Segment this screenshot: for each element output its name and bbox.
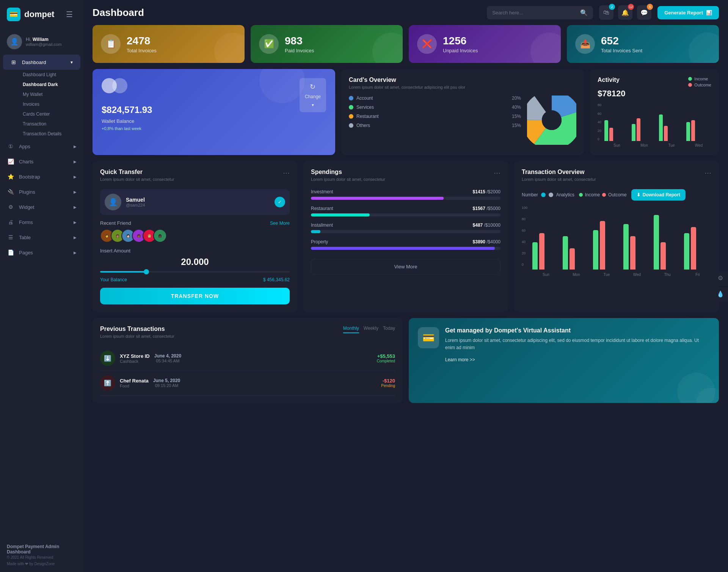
- investment-progress: [311, 197, 500, 200]
- big-bar-tue-income: [593, 230, 598, 270]
- account-dot: [349, 96, 353, 100]
- footer-copy: © 2021 All Rights Reserved: [7, 555, 77, 559]
- spendings-desc: Lorem ipsum dolor sit amet, consectetur: [311, 177, 385, 182]
- see-all-link[interactable]: See More: [270, 221, 290, 226]
- big-bar-mon-income: [563, 236, 568, 270]
- paid-invoices-value: 983: [285, 35, 314, 47]
- transfer-user-name: Samuel: [126, 197, 145, 203]
- big-bar-thu-outcome: [661, 242, 666, 270]
- sidebar-item-dashboard-light[interactable]: Dashboard Light: [19, 70, 83, 80]
- search-input[interactable]: [492, 10, 577, 16]
- sidebar-item-transaction[interactable]: Transaction: [19, 119, 83, 129]
- bar-sun-outcome: [609, 128, 613, 141]
- balance-value: $ 456,345.62: [263, 277, 290, 282]
- transaction-item-1: ⬇️ XYZ Store ID Cashback June 4, 2020 05…: [100, 346, 395, 371]
- water-side-button[interactable]: 💧: [713, 287, 728, 302]
- chevron-down-icon-wallet: ▾: [312, 102, 314, 108]
- sidebar-item-pages[interactable]: 📄 Pages ▶: [0, 245, 83, 260]
- sidebar-item-transaction-details[interactable]: Transaction Details: [19, 129, 83, 139]
- sidebar-item-dashboard-dark[interactable]: Dashboard Dark: [19, 80, 83, 89]
- big-bar-wed-outcome: [630, 236, 635, 270]
- bar-tue-income: [659, 114, 663, 141]
- wallet-card: $824,571.93 Wallet Balance +0,8% than la…: [93, 69, 335, 155]
- filter-weekly[interactable]: Weekly: [364, 326, 378, 333]
- sidebar-item-charts[interactable]: 📈 Charts ▶: [0, 154, 83, 169]
- to-dots-icon[interactable]: ⋯: [704, 169, 711, 177]
- search-icon[interactable]: 🔍: [580, 9, 588, 16]
- sidebar-item-my-wallet[interactable]: My Wallet: [19, 89, 83, 99]
- services-dot: [349, 105, 353, 110]
- apps-icon: ①: [7, 143, 14, 150]
- transfer-user-handle: @sam224: [126, 203, 145, 207]
- content-area: 📋 2478 Total Invoices ✅ 983 Paid Invoice…: [83, 25, 728, 572]
- footer-made: Made with ❤ by DesignZone: [7, 562, 77, 566]
- sidebar-item-invoices[interactable]: Invoices: [19, 99, 83, 109]
- bootstrap-icon: ⭐: [7, 173, 14, 180]
- chevron-right-icon-7: ▶: [74, 235, 77, 240]
- bottom-row: Quick Transfer Lorem ipsum dolor sit ame…: [93, 161, 719, 312]
- cart-badge: 2: [609, 4, 615, 10]
- sidebar-item-bootstrap[interactable]: ⭐ Bootstrap ▶: [0, 169, 83, 184]
- stat-card-total-invoices: 📋 2478 Total Invoices: [93, 25, 245, 63]
- settings-side-button[interactable]: ⚙: [713, 271, 728, 286]
- activity-section: Activity Income Outcome $78120: [590, 69, 719, 155]
- filter-today[interactable]: Today: [383, 326, 395, 333]
- sidebar-item-table[interactable]: ☰ Table ▶: [0, 230, 83, 245]
- total-invoices-label: Total Invoices: [127, 48, 157, 53]
- chat-button[interactable]: 💬 5: [637, 5, 651, 20]
- to-outcome-label: Outcome: [608, 192, 627, 197]
- learn-more-link[interactable]: Learn more >>: [445, 357, 475, 362]
- cart-button[interactable]: 🛍 2: [599, 5, 613, 20]
- dashboard-icon: ⊞: [10, 58, 17, 66]
- chat-badge: 5: [647, 4, 653, 10]
- sidebar-item-plugins[interactable]: 🔌 Plugins ▶: [0, 184, 83, 199]
- sidebar-item-dashboard[interactable]: ⊞ Dashboard ▼: [3, 55, 80, 70]
- restaurant-dot: [349, 114, 353, 119]
- income-dot: [579, 193, 583, 197]
- download-report-button[interactable]: ⬇ Download Report: [631, 189, 686, 201]
- unpaid-icon: ❌: [417, 34, 437, 54]
- txn-amount-1: +$5,553 Completed: [377, 353, 395, 363]
- transaction-overview-desc: Lorem ipsum dolor sit amet, consectetur: [522, 177, 596, 182]
- sent-icon: 📤: [575, 34, 595, 54]
- filter-monthly[interactable]: Monthly: [343, 326, 359, 333]
- txn-type-2: Food: [120, 384, 149, 388]
- total-sent-value: 652: [601, 35, 642, 47]
- prev-transactions-card: Previous Transactions Lorem ipsum dolor …: [93, 318, 403, 403]
- dots-menu-icon[interactable]: ⋯: [283, 169, 290, 177]
- bar-sun-income: [604, 120, 608, 141]
- quick-transfer-card: Quick Transfer Lorem ipsum dolor sit ame…: [93, 161, 297, 312]
- analytics-label: Analytics: [556, 192, 574, 197]
- pie-chart: [527, 96, 576, 145]
- notification-button[interactable]: 🔔 12: [618, 5, 632, 20]
- sidebar-item-apps[interactable]: ① Apps ▶: [0, 139, 83, 154]
- spendings-card: Spendings Lorem ipsum dolor sit amet, co…: [303, 161, 508, 312]
- income-label: Income: [694, 77, 708, 81]
- prev-transactions-title: Previous Transactions: [100, 326, 174, 332]
- cards-overview: Card's Overview Lorem ipsum dolor sit am…: [341, 69, 584, 155]
- y-axis: 0 20 40 60 80: [598, 103, 603, 141]
- transfer-now-button[interactable]: TRANSFER NOW: [100, 288, 290, 304]
- stat-card-paid-invoices: ✅ 983 Paid Invoices: [251, 25, 403, 63]
- sidebar-item-widget[interactable]: ⚙ Widget ▶: [0, 199, 83, 215]
- chevron-right-icon-2: ▶: [74, 160, 77, 164]
- property-progress: [311, 247, 500, 250]
- spending-property: Property $3890 /$4000: [311, 239, 500, 250]
- txn-icon-1: ⬇️: [100, 351, 115, 366]
- hamburger-icon[interactable]: ☰: [62, 10, 77, 19]
- download-label: Download Report: [643, 192, 680, 197]
- view-more-button[interactable]: View More: [311, 259, 500, 274]
- slider-thumb[interactable]: [144, 269, 149, 274]
- chevron-right-icon-4: ▶: [74, 190, 77, 194]
- sidebar: 💳 dompet ☰ 👤 Hi, William william@gmail.c…: [0, 0, 83, 572]
- big-bar-fri-outcome: [691, 227, 696, 270]
- user-profile: 👤 Hi, William william@gmail.com: [0, 29, 83, 55]
- sidebar-item-forms[interactable]: 🖨 Forms ▶: [0, 215, 83, 230]
- spending-restaurant: Restaurant $1567 /$5000: [311, 206, 500, 216]
- bar-mon-outcome: [637, 118, 640, 141]
- activity-amount: $78120: [598, 89, 711, 99]
- spendings-dots-icon[interactable]: ⋯: [494, 169, 500, 177]
- wallet-change: +0,8% than last week: [102, 126, 293, 131]
- sidebar-item-cards-center[interactable]: Cards Center: [19, 109, 83, 119]
- generate-report-button[interactable]: Generate Report 📊: [657, 6, 719, 19]
